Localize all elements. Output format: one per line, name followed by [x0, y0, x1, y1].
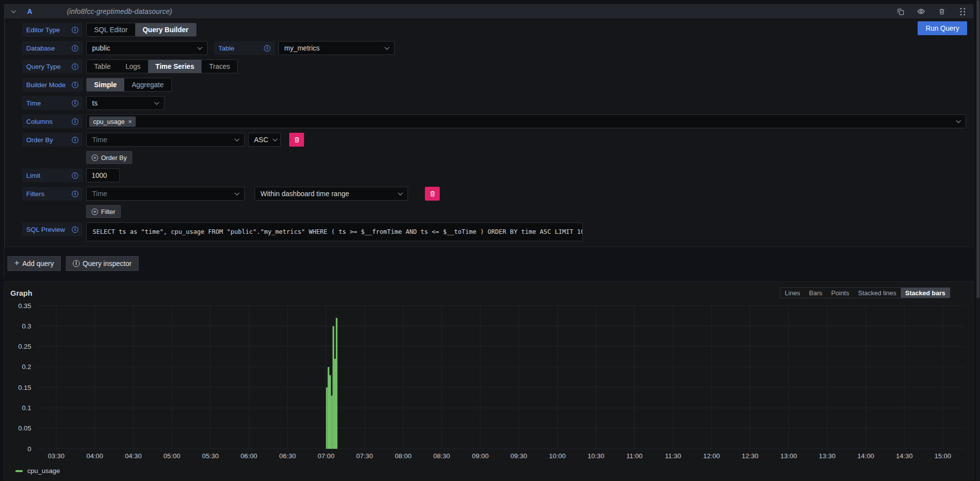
builder-mode-aggregate[interactable]: Aggregate — [124, 78, 171, 91]
svg-text:10:00: 10:00 — [549, 452, 566, 460]
query-row-header[interactable]: A (info8fcc-greptimedb-datasource) — [5, 4, 973, 18]
svg-text:0.2: 0.2 — [22, 363, 31, 371]
legend-series-label: cpu_usage — [27, 467, 60, 475]
eye-icon[interactable] — [917, 7, 926, 16]
copy-icon[interactable] — [896, 7, 905, 16]
graph-mode-tab[interactable]: Stacked lines — [854, 288, 901, 298]
trash-icon — [294, 136, 300, 143]
drag-handle-icon[interactable] — [958, 7, 967, 16]
info-icon[interactable]: i — [72, 63, 78, 70]
info-icon[interactable]: i — [72, 191, 78, 197]
query-type-time-series[interactable]: Time Series — [148, 60, 202, 73]
builder-mode-group: Simple Aggregate — [86, 78, 172, 92]
editor-type-sql-editor[interactable]: SQL Editor — [87, 23, 135, 36]
plus-circle-icon: + — [92, 209, 98, 215]
graph-header: Graph LinesBarsPointsStacked linesStacke… — [10, 287, 970, 299]
time-select[interactable]: ts — [86, 96, 164, 110]
svg-text:09:30: 09:30 — [511, 452, 527, 460]
bar-07:04[interactable] — [331, 396, 332, 449]
filter-field-select[interactable]: Time — [86, 187, 245, 201]
info-icon[interactable]: i — [264, 45, 270, 52]
add-filter-button[interactable]: + Filter — [86, 205, 121, 218]
add-query-button[interactable]: + Add query — [7, 256, 61, 271]
info-icon[interactable]: i — [72, 82, 78, 88]
editor-type-query-builder[interactable]: Query Builder — [135, 23, 196, 36]
svg-text:04:30: 04:30 — [125, 452, 142, 460]
add-order-by-button[interactable]: + Order By — [86, 151, 132, 164]
database-row: Database i public Table i my_metrics — [22, 41, 966, 55]
info-icon[interactable]: i — [72, 172, 78, 179]
graph-mode-tab[interactable]: Stacked bars — [901, 288, 950, 298]
svg-text:11:30: 11:30 — [665, 452, 681, 460]
svg-text:08:30: 08:30 — [433, 452, 450, 460]
info-icon[interactable]: i — [72, 137, 78, 143]
filters-label: Filters i — [22, 187, 83, 201]
order-by-field-select[interactable]: Time — [86, 133, 245, 147]
info-icon[interactable]: i — [72, 118, 78, 125]
remove-order-by-button[interactable] — [289, 133, 304, 147]
remove-filter-button[interactable] — [425, 187, 440, 201]
query-type-row: Query Type i Table Logs Time Series Trac… — [22, 59, 966, 73]
info-icon[interactable]: i — [72, 27, 78, 33]
limit-input[interactable] — [86, 168, 120, 182]
chevron-down-icon[interactable] — [11, 8, 16, 13]
query-ref-id: A — [27, 7, 32, 15]
database-label: Database i — [22, 41, 83, 55]
graph-mode-tab[interactable]: Points — [827, 288, 854, 298]
chevron-down-icon — [235, 190, 240, 195]
chevron-down-icon — [398, 190, 403, 195]
time-series-chart[interactable]: 03:3004:0004:3005:0005:3006:0006:3007:00… — [10, 299, 970, 464]
svg-text:09:00: 09:00 — [472, 452, 489, 460]
run-query-button[interactable]: Run Query — [918, 21, 967, 35]
svg-text:12:00: 12:00 — [703, 452, 720, 460]
chart-legend[interactable]: cpu_usage — [15, 467, 970, 475]
table-select[interactable]: my_metrics — [278, 41, 395, 55]
info-icon[interactable]: i — [72, 45, 78, 52]
builder-mode-simple[interactable]: Simple — [87, 78, 124, 91]
database-select[interactable]: public — [86, 41, 207, 55]
order-by-direction-select[interactable]: ASC — [248, 133, 281, 147]
columns-multiselect[interactable]: cpu_usage × — [86, 114, 966, 128]
columns-label: Columns i — [22, 114, 83, 128]
grafana-panel-editor: A (info8fcc-greptimedb-datasource) Run Q… — [0, 0, 980, 481]
plus-circle-icon: + — [92, 155, 98, 161]
bar-07:03[interactable] — [329, 375, 331, 449]
editor-type-row: Editor Type i SQL Editor Query Builder — [22, 23, 966, 37]
page-scrollbar[interactable] — [976, 0, 980, 481]
legend-color-swatch — [15, 470, 23, 472]
query-type-table[interactable]: Table — [87, 60, 118, 73]
bar-07:00[interactable] — [326, 387, 327, 449]
graph-mode-tab[interactable]: Bars — [805, 288, 827, 298]
bar-07:06[interactable] — [333, 326, 334, 449]
query-type-traces[interactable]: Traces — [202, 60, 237, 73]
svg-text:06:30: 06:30 — [279, 452, 296, 460]
filter-condition-select[interactable]: Within dashboard time range — [255, 187, 408, 201]
scrollbar-thumb[interactable] — [977, 0, 980, 298]
order-by-subrow: + Order By — [86, 151, 966, 164]
trash-icon[interactable] — [937, 7, 946, 16]
bar-07:08[interactable] — [336, 318, 337, 449]
query-type-group: Table Logs Time Series Traces — [86, 59, 238, 73]
editor-type-label: Editor Type i — [22, 23, 83, 37]
sql-preview-label: SQL Preview i — [22, 222, 83, 236]
query-inspector-button[interactable]: i Query inspector — [66, 256, 139, 271]
time-row: Time i ts — [22, 96, 966, 110]
graph-mode-tab[interactable]: Lines — [780, 288, 805, 298]
info-icon[interactable]: i — [72, 100, 78, 107]
svg-text:06:00: 06:00 — [241, 452, 258, 460]
query-type-logs[interactable]: Logs — [118, 60, 148, 73]
limit-row: Limit i — [22, 168, 966, 182]
info-icon[interactable]: i — [72, 226, 78, 233]
bar-07:07[interactable] — [334, 359, 336, 449]
svg-text:04:00: 04:00 — [86, 452, 103, 460]
graph-mode-tabs: LinesBarsPointsStacked linesStacked bars — [780, 287, 950, 298]
time-label: Time i — [22, 96, 83, 110]
bar-07:02[interactable] — [328, 367, 329, 449]
svg-text:05:00: 05:00 — [163, 452, 180, 460]
queries-section: A (info8fcc-greptimedb-datasource) Run Q… — [4, 4, 974, 278]
svg-text:0.25: 0.25 — [18, 343, 31, 350]
graph-panel: Graph LinesBarsPointsStacked linesStacke… — [4, 281, 974, 481]
order-by-label: Order By i — [22, 133, 83, 147]
info-circle-icon: i — [73, 260, 80, 267]
remove-chip-icon[interactable]: × — [128, 118, 132, 125]
